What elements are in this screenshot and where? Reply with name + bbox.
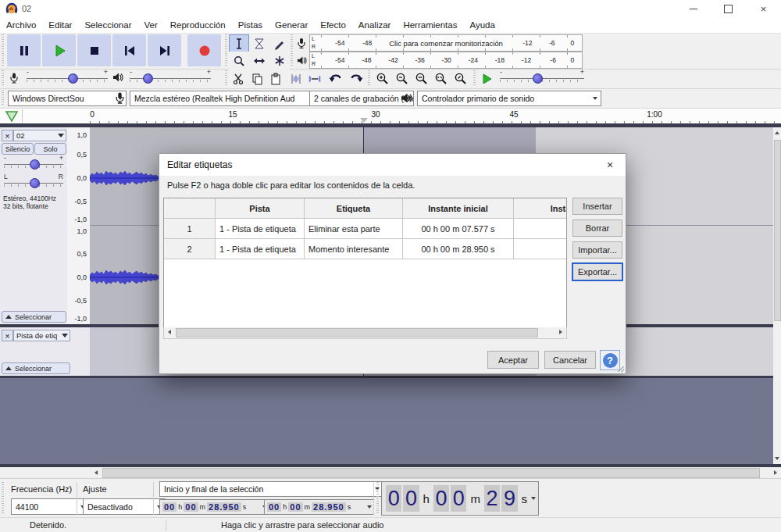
audio-track-title-menu[interactable]: 02	[13, 130, 66, 141]
play-speed-thumb[interactable]	[533, 73, 543, 84]
undo-button[interactable]	[326, 70, 346, 87]
track-cell[interactable]: 1 - Pista de etiqueta	[216, 219, 305, 239]
recording-volume-thumb[interactable]	[68, 73, 78, 84]
playback-volume-thumb[interactable]	[143, 73, 153, 84]
table-row[interactable]: 1 1 - Pista de etiqueta Eliminar esta pa…	[164, 219, 566, 239]
selection-tool-button[interactable]	[229, 34, 249, 52]
scroll-down-arrow[interactable]	[773, 453, 781, 464]
recording-device-combo[interactable]: Mezcla estéreo (Realtek High Definition …	[130, 91, 323, 106]
audio-track-close-button[interactable]: ×	[2, 130, 13, 141]
scroll-right-arrow[interactable]	[771, 467, 780, 478]
insert-button[interactable]: Insertar	[572, 198, 622, 215]
transport-toolbar-grip[interactable]	[2, 34, 4, 67]
zoom-out-button[interactable]	[392, 70, 412, 87]
label-track-title-menu[interactable]: Pista de etiq	[13, 330, 70, 341]
end-time-cell[interactable]: 00 h 00	[514, 239, 567, 259]
draw-tool-button[interactable]	[269, 34, 290, 52]
menu-archivo[interactable]: Archivo	[0, 17, 42, 33]
track-pan-slider[interactable]: L R	[4, 174, 63, 191]
label-track-select-button[interactable]: Seleccionar	[2, 362, 70, 374]
menu-editar[interactable]: Editar	[42, 17, 78, 33]
pause-button[interactable]	[7, 34, 41, 66]
menu-analizar[interactable]: Analizar	[352, 17, 398, 33]
label-cell[interactable]: Momento interesante	[305, 239, 403, 259]
audio-track-select-button[interactable]: Seleccionar	[2, 311, 66, 323]
timeline-ruler[interactable]: 0 15 30 45 1:00	[0, 108, 781, 124]
track-gain-thumb[interactable]	[30, 159, 40, 170]
device-toolbar-grip[interactable]	[2, 90, 4, 105]
table-scroll-left-arrow[interactable]	[165, 327, 174, 337]
audio-track-vertical-ruler[interactable]: 1,0 0,5 0,0 -0,5 -1,0 1,0 0,5 0,0 -0,5 -…	[67, 127, 91, 324]
menu-generar[interactable]: Generar	[269, 17, 314, 33]
menu-seleccionar[interactable]: Seleccionar	[78, 17, 137, 33]
zoom-in-button[interactable]	[373, 70, 392, 87]
timeshift-tool-button[interactable]	[249, 52, 269, 70]
scroll-up-arrow[interactable]	[773, 127, 781, 138]
menu-herramientas[interactable]: Herramientas	[397, 17, 463, 33]
solo-button[interactable]: Solo	[34, 143, 66, 155]
play-at-speed-grip[interactable]	[473, 70, 476, 86]
record-button[interactable]	[187, 34, 221, 66]
table-row[interactable]: 2 1 - Pista de etiqueta Momento interesa…	[164, 239, 566, 259]
track-cell[interactable]: 1 - Pista de etiqueta	[216, 239, 305, 259]
silence-audio-button[interactable]	[305, 70, 324, 87]
frequency-combo[interactable]: 44100	[11, 498, 89, 515]
playback-device-combo[interactable]: Controlador primario de sonido	[417, 91, 601, 106]
export-button[interactable]: Exportar...	[572, 263, 622, 280]
redo-button[interactable]	[346, 70, 366, 87]
skip-to-start-button[interactable]	[112, 34, 146, 66]
close-button[interactable]: ×	[746, 0, 781, 17]
zoom-tool-button[interactable]	[229, 52, 249, 70]
selection-toolbar-grip[interactable]	[2, 482, 4, 515]
minimize-button[interactable]	[676, 0, 711, 17]
horizontal-scroll-thumb[interactable]	[102, 468, 760, 478]
stop-button[interactable]	[77, 34, 111, 66]
record-meter-mic-button[interactable]	[294, 35, 308, 51]
play-meter-speaker-button[interactable]	[294, 52, 308, 68]
audio-position-display[interactable]: 0 0 h 0 0 m 2 9 s	[381, 481, 539, 516]
selection-start-field[interactable]: 00h 00m 28.950s	[159, 499, 269, 515]
label-track-close-button[interactable]: ×	[2, 330, 13, 341]
dialog-resize-grip[interactable]	[618, 366, 624, 372]
scroll-left-arrow[interactable]	[91, 467, 101, 478]
zoom-toolbar-grip[interactable]	[368, 70, 370, 86]
mixer-toolbar-grip[interactable]	[2, 70, 4, 86]
labels-table[interactable]: Pista Etiqueta Instante inicial Insta 1 …	[163, 198, 567, 329]
recording-channels-combo[interactable]: 2 canales de grabación (Ster	[309, 91, 414, 106]
playback-meter[interactable]: L R -54 -48 -42 -36 -30 -24 -18 -12 -6 0	[309, 52, 583, 69]
menu-efecto[interactable]: Efecto	[314, 17, 352, 33]
recording-meter[interactable]: L R -54 -48 Clic para comenzar monitoriz…	[309, 34, 583, 52]
multi-tool-button[interactable]	[269, 52, 290, 70]
track-pan-thumb[interactable]	[30, 178, 40, 188]
menu-pistas[interactable]: Pistas	[232, 17, 269, 33]
audio-host-combo[interactable]: Windows DirectSou	[8, 91, 127, 106]
import-button[interactable]: Importar...	[572, 241, 622, 259]
tools-toolbar-grip[interactable]	[225, 34, 227, 67]
menu-ayuda[interactable]: Ayuda	[463, 17, 501, 33]
maximize-button[interactable]	[711, 0, 746, 17]
cancel-button[interactable]: Cancelar	[544, 351, 596, 369]
menu-reproduccion[interactable]: Reproducción	[164, 17, 232, 33]
delete-button[interactable]: Borrar	[572, 220, 622, 237]
selection-end-field[interactable]: 00h 00m 28.950s	[264, 499, 374, 515]
trim-audio-button[interactable]	[287, 70, 305, 87]
pin-playhead-button[interactable]	[2, 109, 23, 123]
label-cell[interactable]: Eliminar esta parte	[305, 219, 403, 239]
paste-button[interactable]	[266, 70, 285, 87]
cut-button[interactable]	[229, 70, 248, 87]
zoom-fit-project-button[interactable]	[431, 70, 451, 87]
vertical-scrollbar[interactable]	[773, 127, 781, 464]
vertical-scroll-thumb[interactable]	[774, 140, 781, 321]
table-horizontal-scrollbar[interactable]	[163, 327, 567, 339]
table-scroll-thumb[interactable]	[176, 328, 538, 337]
copy-button[interactable]	[248, 70, 266, 87]
zoom-toggle-button[interactable]	[451, 70, 470, 87]
recording-volume-slider[interactable]: - +	[27, 70, 108, 87]
skip-to-end-button[interactable]	[148, 34, 181, 66]
meter-toolbar-grip[interactable]	[291, 34, 293, 67]
selection-range-mode-combo[interactable]: Inicio y final de la selección	[159, 481, 383, 497]
playback-volume-slider[interactable]: - +	[130, 70, 211, 87]
dialog-title-bar[interactable]: Editar etiquetas	[159, 154, 626, 176]
zoom-selection-button[interactable]	[412, 70, 431, 87]
envelope-tool-button[interactable]	[249, 34, 269, 52]
